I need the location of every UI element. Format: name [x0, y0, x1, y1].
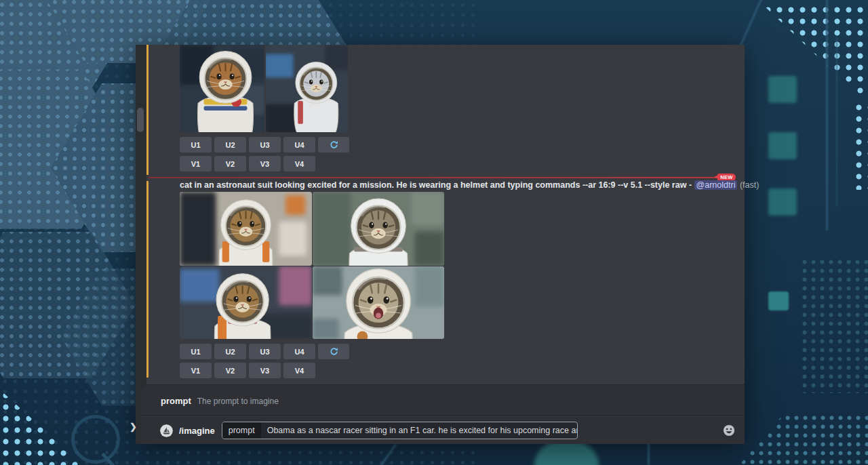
message-prompt-text: cat in an astronaut suit looking excited… [180, 180, 729, 190]
emoji-picker-icon[interactable] [723, 424, 735, 437]
message-accent-bar [146, 181, 149, 378]
u3-button[interactable]: U3 [249, 137, 281, 153]
scrollbar-thumb[interactable] [137, 108, 144, 132]
generated-image-2[interactable] [313, 192, 444, 266]
composer-separator [141, 415, 745, 416]
prompt-input[interactable]: prompt Obama as a nascar racer sitting i… [222, 422, 578, 439]
slash-command-composer: prompt The prompt to imagine /imagine pr… [141, 384, 745, 444]
imagine-command-label: /imagine [179, 426, 215, 436]
v4-button[interactable]: V4 [283, 156, 315, 171]
rerun-button[interactable] [318, 137, 349, 153]
v2-button[interactable]: V2 [214, 156, 246, 171]
generated-image-old-right[interactable] [266, 45, 348, 132]
teal-square [768, 188, 797, 216]
dot-grid-bottom-left [0, 390, 83, 465]
v2-button[interactable]: V2 [214, 363, 246, 378]
magnifier-handle [101, 453, 119, 465]
v3-button[interactable]: V3 [249, 363, 281, 378]
teal-square [768, 76, 797, 103]
generated-image-4[interactable] [313, 266, 444, 339]
v4-button[interactable]: V4 [283, 363, 315, 378]
upscale-button-row: U1U2U3U4 [180, 344, 349, 359]
new-messages-divider [149, 177, 719, 178]
message-accent-bar [146, 45, 149, 175]
teal-square-bright [768, 291, 789, 310]
option-description: The prompt to imagine [197, 397, 279, 406]
dot-texture-bottom-right [739, 413, 868, 465]
u3-button[interactable]: U3 [249, 344, 281, 359]
prompt-field-label: prompt [222, 422, 261, 439]
circuit-line [826, 0, 828, 230]
u2-button[interactable]: U2 [214, 344, 246, 359]
prompt-text: cat in an astronaut suit looking excited… [180, 180, 686, 190]
option-name: prompt [161, 396, 191, 406]
generated-image-old-left[interactable] [180, 45, 264, 132]
teal-square [768, 132, 797, 159]
v1-button[interactable]: V1 [180, 363, 212, 378]
hexagon-shape [0, 0, 129, 102]
rerun-button[interactable] [318, 344, 349, 359]
v1-button[interactable]: V1 [180, 156, 212, 171]
hexagon-shape [0, 64, 129, 234]
circuit-line [372, 444, 397, 465]
sidebar-expand-chevron[interactable]: ❯ [130, 422, 137, 432]
u4-button[interactable]: U4 [283, 137, 315, 153]
dot-grid-top-right [762, 4, 868, 104]
circuit-line [648, 442, 650, 465]
dash: - [689, 180, 692, 190]
user-mention[interactable]: @arnoldtri [694, 180, 738, 190]
circuit-line [836, 37, 837, 207]
v3-button[interactable]: V3 [249, 156, 281, 171]
hexagon-shape [0, 227, 136, 383]
midjourney-bot-avatar[interactable] [160, 424, 173, 437]
desktop: U1U2U3U4 V1V2V3V4 NEW cat in an astronau… [0, 0, 868, 465]
discord-window: U1U2U3U4 V1V2V3V4 NEW cat in an astronau… [136, 45, 745, 444]
generated-image-1[interactable] [180, 192, 312, 266]
dot-column-right [853, 102, 868, 190]
u1-button[interactable]: U1 [180, 137, 212, 153]
u1-button[interactable]: U1 [180, 344, 212, 359]
prompt-field-value: Obama as a nascar racer sitting in an F1… [261, 426, 578, 435]
u4-button[interactable]: U4 [283, 344, 315, 359]
u2-button[interactable]: U2 [214, 137, 246, 153]
magnifier-circle [71, 415, 120, 464]
upscale-button-row: U1U2U3U4 [180, 137, 349, 153]
speed-mode-tag: (fast) [740, 180, 759, 190]
generated-image-3[interactable] [180, 266, 312, 339]
variation-button-row: V1V2V3V4 [180, 156, 315, 171]
dot-texture-right [800, 258, 868, 393]
variation-button-row: V1V2V3V4 [180, 363, 315, 378]
